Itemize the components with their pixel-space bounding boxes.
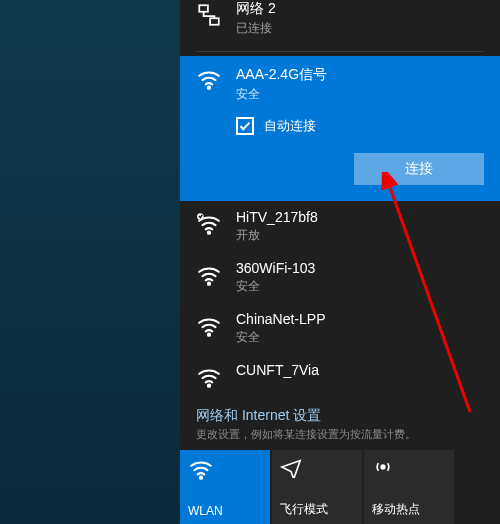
checkbox-icon xyxy=(236,117,254,135)
network-name: 360WiFi-103 xyxy=(236,260,315,276)
network-settings-link[interactable]: 网络和 Internet 设置 更改设置，例如将某连接设置为按流量计费。 xyxy=(180,401,500,450)
svg-point-7 xyxy=(208,385,210,387)
network-item[interactable]: HiTV_217bf8 开放 xyxy=(180,201,500,252)
quick-tile-airplane[interactable]: 飞行模式 xyxy=(272,450,362,524)
svg-point-3 xyxy=(208,232,210,234)
network-security: 安全 xyxy=(236,278,315,295)
svg-point-5 xyxy=(208,283,210,285)
selected-network[interactable]: AAA-2.4G信号 安全 自动连接 连接 xyxy=(180,56,500,201)
quick-tile-label: 飞行模式 xyxy=(280,501,354,518)
auto-connect-label: 自动连接 xyxy=(264,117,316,135)
network-item[interactable]: ChinaNet-LPP 安全 xyxy=(180,303,500,354)
divider xyxy=(196,51,484,52)
quick-tile-label: 移动热点 xyxy=(372,501,446,518)
network-list: 网络 2 已连接 AAA-2.4G信号 安全 自动连接 xyxy=(180,0,500,401)
quick-tile-label: WLAN xyxy=(188,504,262,518)
auto-connect-checkbox[interactable]: 自动连接 xyxy=(236,117,484,135)
wifi-secure-icon xyxy=(196,364,222,390)
wifi-secure-icon xyxy=(196,313,222,339)
network-item[interactable]: CUNFT_7Via xyxy=(180,354,500,398)
airplane-icon xyxy=(280,456,302,478)
connected-network[interactable]: 网络 2 已连接 xyxy=(180,0,500,45)
network-security: 安全 xyxy=(236,86,327,103)
wifi-secure-icon xyxy=(196,262,222,288)
hotspot-icon xyxy=(372,456,394,478)
settings-title: 网络和 Internet 设置 xyxy=(196,407,484,425)
settings-subtitle: 更改设置，例如将某连接设置为按流量计费。 xyxy=(196,427,484,442)
svg-rect-0 xyxy=(199,5,208,12)
network-name: AAA-2.4G信号 xyxy=(236,66,327,84)
network-name: HiTV_217bf8 xyxy=(236,209,318,225)
network-name: 网络 2 xyxy=(236,0,276,18)
network-name: CUNFT_7Via xyxy=(236,362,319,378)
network-security: 开放 xyxy=(236,227,318,244)
svg-point-8 xyxy=(200,477,202,479)
wifi-icon xyxy=(188,456,210,478)
svg-point-6 xyxy=(208,334,210,336)
network-security: 安全 xyxy=(236,329,326,346)
quick-actions: WLAN 飞行模式 移动热点 xyxy=(180,450,500,524)
network-name: ChinaNet-LPP xyxy=(236,311,326,327)
network-item[interactable]: 360WiFi-103 安全 xyxy=(180,252,500,303)
wifi-open-icon xyxy=(196,211,222,237)
wifi-icon xyxy=(196,66,222,92)
quick-tile-hotspot[interactable]: 移动热点 xyxy=(364,450,454,524)
network-flyout: 网络 2 已连接 AAA-2.4G信号 安全 自动连接 xyxy=(180,0,500,524)
network-status: 已连接 xyxy=(236,20,276,37)
svg-point-9 xyxy=(381,465,385,469)
svg-point-2 xyxy=(208,87,210,89)
quick-tile-wifi[interactable]: WLAN xyxy=(180,450,270,524)
svg-rect-1 xyxy=(210,18,219,25)
connect-button[interactable]: 连接 xyxy=(354,153,484,185)
ethernet-icon xyxy=(196,2,222,28)
